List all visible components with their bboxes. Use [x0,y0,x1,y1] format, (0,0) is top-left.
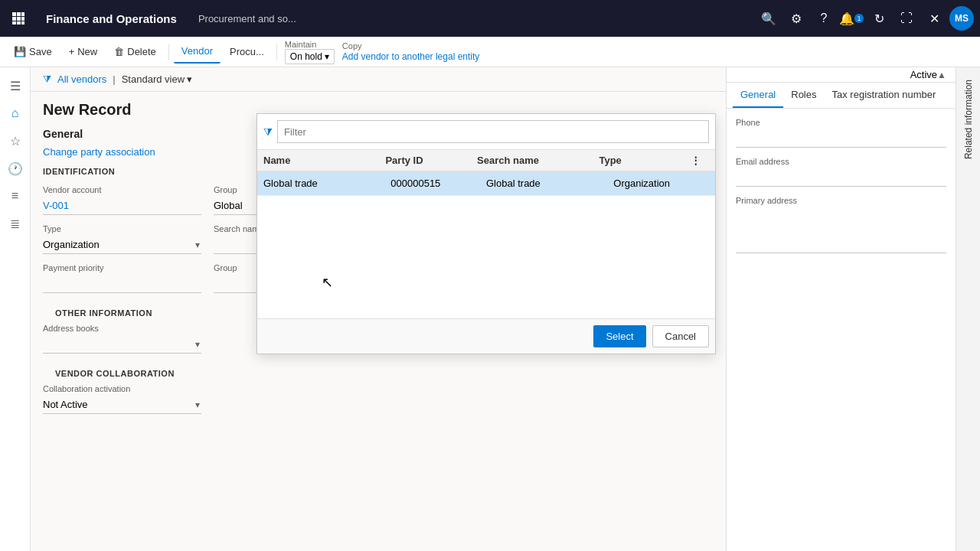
related-info-panel: Related information [956,67,980,551]
vendor-collab-label: VENDOR COLLABORATION [43,363,714,381]
cancel-button[interactable]: Cancel [652,325,709,347]
lookup-filter-bar: ⧩ [257,114,715,150]
svg-rect-2 [21,12,24,16]
right-panel-content: Phone Email address Primary address [727,109,956,551]
procurement-label: Procu... [230,46,264,57]
payment-priority-field: Payment priority [43,263,201,293]
new-button[interactable]: + New [61,41,106,64]
save-button[interactable]: 💾 Save [6,41,60,64]
collab-activation-select[interactable]: Not Active Active [43,396,201,414]
address-books-label: Address books [43,324,201,333]
collab-activation-field: Collaboration activation Not Active Acti… [43,384,201,414]
lookup-filter-icon[interactable]: ⧩ [263,126,273,139]
on-hold-dropdown[interactable]: On hold ▾ [285,49,335,64]
top-bar: Finance and Operations Procurement and s… [0,0,980,37]
payment-priority-label: Payment priority [43,263,201,272]
lookup-popup: ⧩ Name Party ID Search name Type ⋮ Globa… [256,113,716,354]
view-chevron: ▾ [187,73,192,85]
refresh-icon[interactable]: ↻ [867,6,891,31]
collab-activation-label: Collaboration activation [43,384,201,393]
lookup-row[interactable]: Global trade 000000515 Global trade Orga… [257,171,715,196]
lookup-empty-area [257,196,715,318]
close-icon[interactable]: ✕ [922,6,946,31]
svg-rect-4 [17,17,21,21]
notification-icon[interactable]: 🔔1 [839,6,864,31]
col-actions-header: ⋮ [691,155,709,166]
lookup-filter-input[interactable] [277,120,709,143]
module-label: Procurement and so... [192,13,302,24]
new-label: New [77,46,97,57]
row-partyid: 000000515 [390,178,486,189]
col-partyid-header: Party ID [385,155,477,166]
col-name-header: Name [263,155,385,166]
grid-icon[interactable] [6,6,31,31]
vendor-tab-button[interactable]: Vendor [174,41,220,64]
separator-1 [168,44,169,60]
tab-roles[interactable]: Roles [783,83,824,108]
clock-icon[interactable]: 🕐 [3,156,28,181]
svg-rect-0 [12,12,16,16]
status-row[interactable]: Active ▲ [727,67,956,83]
svg-rect-8 [21,21,24,24]
col-type-header: Type [599,155,691,166]
lookup-table-header: Name Party ID Search name Type ⋮ [257,150,715,171]
search-icon[interactable]: 🔍 [756,6,781,31]
vendor-account-input[interactable] [43,197,201,215]
status-chevron[interactable]: ▲ [937,70,946,80]
type-select[interactable]: Organization Person [43,236,201,254]
row-name: Global trade [263,178,390,189]
main-layout: ☰ ⌂ ☆ 🕐 ≡ ≣ ⧩ All vendors | Standard vie… [0,67,980,551]
content-area: ⧩ All vendors | Standard view ▾ New Reco… [31,67,726,551]
address-books-select[interactable] [43,335,201,354]
lines-icon[interactable]: ≣ [3,211,28,236]
row-searchname: Global trade [486,178,613,189]
new-icon: + [69,46,75,57]
list-icon[interactable]: ≡ [3,184,28,208]
address-books-field: Address books [43,324,201,354]
svg-rect-7 [17,21,21,24]
left-sidebar: ☰ ⌂ ☆ 🕐 ≡ ≣ [0,67,31,551]
tab-tax-registration[interactable]: Tax registration number [825,83,944,108]
view-label: Standard view [122,73,185,85]
col-searchname-header: Search name [477,155,599,166]
separator-2 [276,44,277,60]
app-title: Finance and Operations [37,12,186,25]
star-icon[interactable]: ☆ [3,129,28,153]
tab-general[interactable]: General [733,83,783,108]
address-books-wrapper [43,335,201,354]
user-avatar[interactable]: MS [949,6,974,31]
save-label: Save [29,46,52,57]
filter-icon[interactable]: ⧩ [43,73,51,86]
breadcrumb: ⧩ All vendors | Standard view ▾ [31,67,726,92]
svg-rect-3 [12,17,16,21]
select-button[interactable]: Select [593,325,645,347]
breadcrumb-separator: | [113,73,115,85]
related-info-label[interactable]: Related information [963,80,974,159]
copy-label: Copy [342,41,479,51]
add-vendor-button[interactable]: Add vendor to another legal entity [342,51,479,62]
type-select-wrapper: Organization Person [43,236,201,254]
all-vendors-link[interactable]: All vendors [57,73,106,85]
phone-input[interactable] [736,129,946,148]
fullscreen-icon[interactable]: ⛶ [894,6,919,31]
phone-label: Phone [736,118,946,127]
hamburger-icon[interactable]: ☰ [3,73,28,98]
help-icon[interactable]: ? [812,6,836,31]
right-panel-tabs: General Roles Tax registration number [727,83,956,109]
home-icon[interactable]: ⌂ [3,101,28,126]
settings-icon[interactable]: ⚙ [784,6,808,31]
primary-address-area [736,207,946,253]
email-label: Email address [736,157,946,166]
email-input[interactable] [736,168,946,187]
procurement-tab-button[interactable]: Procu... [222,41,272,64]
primary-address-label: Primary address [736,196,946,205]
delete-button[interactable]: 🗑 Delete [106,41,164,64]
standard-view-dropdown[interactable]: Standard view ▾ [122,73,192,85]
row-type: Organization [613,178,709,189]
type-field: Type Organization Person [43,224,201,254]
payment-priority-input[interactable] [43,275,201,293]
vendor-account-label: Vendor account [43,185,201,194]
type-label: Type [43,224,201,233]
lookup-footer: Select Cancel [257,318,715,354]
delete-label: Delete [127,46,156,57]
